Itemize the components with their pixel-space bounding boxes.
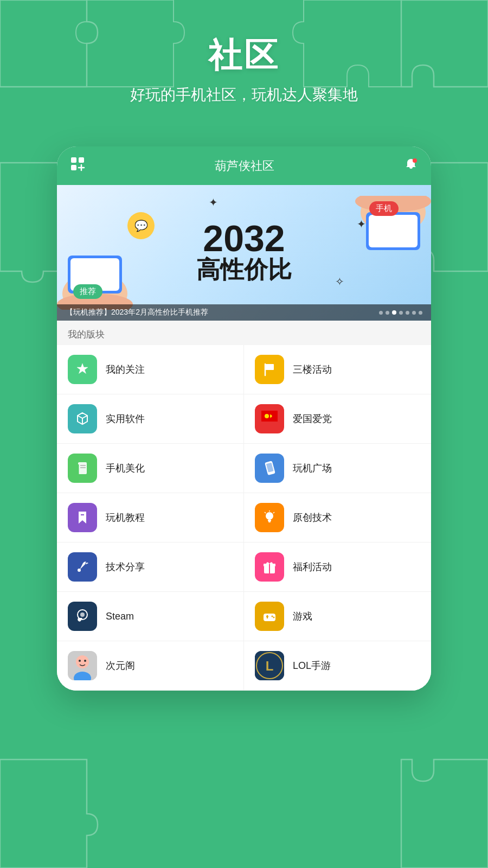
chat-bubble-icon: 💬 (127, 212, 155, 239)
svg-rect-12 (369, 215, 418, 247)
phone-beauty-label: 手机美化 (106, 462, 145, 475)
app-bar-title: 葫芦侠社区 (215, 158, 274, 174)
grid-item-third-floor[interactable]: 三楼活动 (244, 345, 431, 394)
svg-line-33 (265, 512, 266, 513)
steam-label: Steam (106, 611, 134, 622)
dot-2 (392, 310, 396, 315)
tech-share-label: 技术分享 (106, 560, 145, 573)
phone-mockup: 葫芦侠社区 (57, 146, 431, 691)
grid-item-original-tech[interactable]: 原创技术 (244, 493, 431, 542)
svg-point-49 (79, 660, 81, 662)
banner-caption: 【玩机推荐】2023年2月高性价比手机推荐 (57, 304, 431, 321)
svg-point-50 (84, 660, 86, 662)
patriot-label: 爱国爱党 (293, 412, 332, 425)
banner-container[interactable]: 💬 ✦ ✦ ✧ 2032 高性价比 推荐 手机 【玩机推荐】2023年2月高性价… (57, 185, 431, 321)
banner-text: 2032 高性价比 (196, 220, 292, 283)
my-follow-label: 我的关注 (106, 363, 145, 376)
play-tutorial-label: 玩机教程 (106, 511, 145, 524)
dot-5 (412, 311, 416, 315)
welfare-label: 福利活动 (293, 560, 332, 573)
page-subtitle: 好玩的手机社区，玩机达人聚集地 (0, 85, 488, 105)
original-tech-icon (255, 503, 284, 532)
app-bar: 葫芦侠社区 (57, 146, 431, 185)
recommend-tag: 推荐 (73, 284, 102, 299)
lol-icon: L (255, 651, 284, 680)
svg-point-39 (80, 612, 85, 617)
third-floor-label: 三楼活动 (293, 363, 332, 376)
dot-4 (406, 311, 409, 315)
third-floor-icon (255, 355, 284, 384)
sparkle-icon: ✦ (209, 196, 218, 209)
anime-icon (68, 651, 97, 680)
svg-point-45 (273, 617, 275, 618)
svg-rect-30 (268, 521, 271, 522)
svg-point-28 (266, 512, 273, 520)
svg-rect-0 (71, 157, 76, 163)
svg-line-16 (78, 416, 82, 418)
lol-label: LOL手游 (293, 659, 331, 672)
svg-rect-21 (78, 462, 87, 474)
grid-item-my-follow[interactable]: 我的关注 (57, 345, 244, 394)
useful-apps-label: 实用软件 (106, 412, 145, 425)
svg-line-17 (82, 416, 87, 418)
games-icon (255, 602, 284, 631)
patriot-icon (255, 404, 284, 433)
anime-label: 次元阁 (106, 659, 135, 672)
sparkle-icon-3: ✧ (335, 275, 344, 288)
steam-icon (68, 602, 97, 631)
grid-item-patriot[interactable]: 爱国爱党 (244, 394, 431, 444)
grid-item-lol[interactable]: LLOL手游 (244, 641, 431, 691)
grid-item-anime[interactable]: 次元阁 (57, 641, 244, 691)
dot-6 (419, 311, 422, 315)
phone-tag: 手机 (369, 201, 399, 216)
grid-item-useful-apps[interactable]: 实用软件 (57, 394, 244, 444)
dot-1 (386, 311, 389, 315)
play-tutorial-icon (68, 503, 97, 532)
sparkle-icon-2: ✦ (357, 218, 366, 231)
grid-item-play-tutorial[interactable]: 玩机教程 (57, 493, 244, 542)
page-title: 社区 (0, 33, 488, 78)
grid-plus-icon[interactable] (70, 156, 85, 175)
tech-share-icon (68, 552, 97, 582)
grid-container: 我的关注三楼活动实用软件爱国爱党手机美化玩机广场玩机教程原创技术技术分享福利活动… (57, 345, 431, 691)
svg-rect-2 (71, 165, 76, 170)
svg-rect-1 (79, 157, 84, 163)
grid-item-welfare[interactable]: 福利活动 (244, 542, 431, 592)
svg-point-20 (265, 414, 269, 418)
games-label: 游戏 (293, 610, 312, 623)
grid-item-phone-beauty[interactable]: 手机美化 (57, 444, 244, 493)
welfare-icon (255, 552, 284, 582)
play-square-label: 玩机广场 (293, 462, 332, 475)
svg-point-47 (76, 655, 89, 668)
dot-0 (379, 311, 383, 315)
dot-3 (399, 311, 403, 315)
svg-point-34 (78, 569, 81, 572)
svg-rect-19 (261, 411, 278, 422)
banner-number: 2032 (196, 220, 292, 257)
bell-icon[interactable] (404, 157, 418, 175)
grid-item-tech-share[interactable]: 技术分享 (57, 542, 244, 592)
banner-dots (379, 310, 422, 315)
grid-item-play-square[interactable]: 玩机广场 (244, 444, 431, 493)
svg-point-44 (272, 616, 273, 617)
phone-beauty-icon (68, 454, 97, 483)
svg-rect-14 (265, 364, 274, 370)
play-square-icon (255, 454, 284, 483)
svg-point-5 (413, 158, 417, 163)
grid-item-games[interactable]: 游戏 (244, 592, 431, 641)
useful-apps-icon (68, 404, 97, 433)
svg-rect-29 (268, 520, 271, 521)
svg-line-32 (273, 512, 274, 513)
my-follow-icon (68, 355, 97, 384)
header-section: 社区 好玩的手机社区，玩机达人聚集地 (0, 33, 488, 105)
section-label: 我的版块 (57, 321, 431, 345)
original-tech-label: 原创技术 (293, 511, 332, 524)
banner-subtitle: 高性价比 (196, 257, 292, 283)
grid-item-steam[interactable]: Steam (57, 592, 244, 641)
banner-caption-text: 【玩机推荐】2023年2月高性价比手机推荐 (66, 308, 208, 317)
svg-text:L: L (266, 659, 274, 673)
